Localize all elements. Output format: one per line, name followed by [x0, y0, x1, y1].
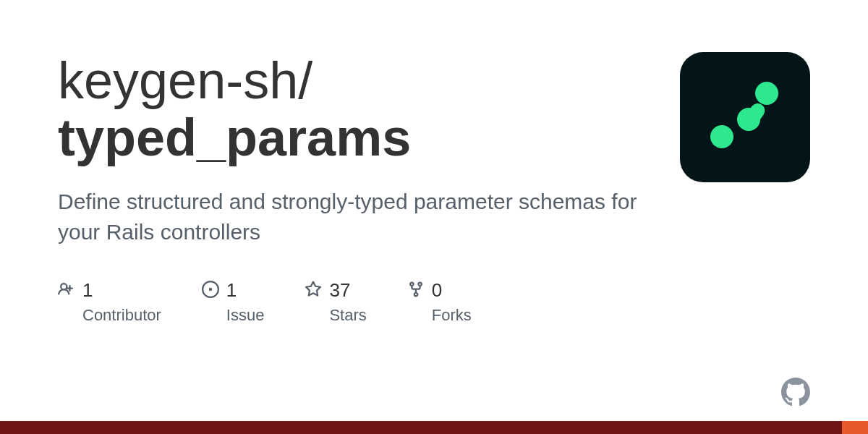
stat-stars[interactable]: 37 Stars: [305, 279, 366, 325]
contributors-icon: [58, 281, 75, 301]
stars-label: Stars: [329, 306, 366, 325]
language-bar-primary: [0, 421, 842, 434]
forks-value: 0: [432, 279, 442, 302]
stat-forks[interactable]: 0 Forks: [407, 279, 472, 325]
stat-contributors[interactable]: 1 Contributor: [58, 279, 161, 325]
repo-content: keygen-sh/ typed_params Define structure…: [58, 52, 651, 325]
svg-point-2: [710, 125, 733, 148]
forks-label: Forks: [432, 306, 472, 325]
repo-description: Define structured and strongly-typed par…: [58, 187, 651, 247]
language-bar-secondary: [842, 421, 868, 434]
repo-card: keygen-sh/ typed_params Define structure…: [0, 0, 868, 325]
star-icon: [305, 281, 322, 301]
owner-separator: /: [298, 51, 312, 109]
issues-value: 1: [226, 279, 237, 302]
repo-owner[interactable]: keygen-sh: [58, 51, 298, 109]
repo-logo: [680, 52, 810, 182]
issues-icon: [202, 281, 219, 301]
github-icon[interactable]: [781, 378, 810, 407]
contributors-value: 1: [82, 279, 93, 302]
stars-value: 37: [329, 279, 350, 302]
fork-icon: [407, 281, 425, 301]
repo-stats: 1 Contributor 1 Issue 37: [58, 279, 651, 325]
keygen-logo-icon: [698, 70, 792, 164]
repo-title: keygen-sh/ typed_params: [58, 52, 651, 166]
contributors-label: Contributor: [82, 306, 161, 325]
issues-label: Issue: [226, 306, 265, 325]
repo-name[interactable]: typed_params: [58, 109, 651, 166]
stat-issues[interactable]: 1 Issue: [202, 279, 265, 325]
svg-point-0: [755, 82, 778, 105]
language-bar: [0, 421, 868, 434]
